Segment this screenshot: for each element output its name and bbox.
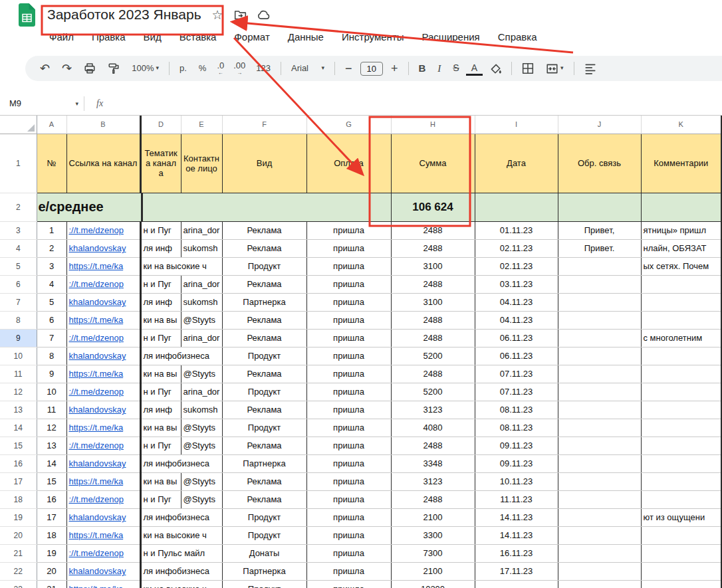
cell-comment[interactable]: [641, 293, 722, 311]
cell-comment[interactable]: ятницы» пришл: [641, 221, 722, 239]
select-all-button[interactable]: [0, 116, 37, 134]
cell-num[interactable]: 14: [37, 454, 66, 472]
cell-contact[interactable]: arina_dor: [181, 329, 222, 347]
cell-amount[interactable]: 7300: [391, 544, 475, 562]
header-cell-kind[interactable]: Вид: [222, 134, 306, 193]
summary-sum-cell[interactable]: 106 624: [391, 193, 475, 221]
cell-feedback[interactable]: [558, 401, 641, 419]
cell-amount[interactable]: 3300: [391, 526, 475, 544]
number-format-button[interactable]: 123: [251, 62, 276, 75]
cell-feedback[interactable]: [558, 329, 641, 347]
cell-theme[interactable]: н и Пульс майл: [140, 544, 181, 562]
cell-theme[interactable]: ки на вы: [140, 472, 181, 490]
cell-theme[interactable]: н и Пуг: [140, 437, 181, 454]
cell-payment[interactable]: пришла: [306, 419, 391, 437]
cell-kind[interactable]: Продукт: [222, 383, 306, 401]
cell-link[interactable]: khalandovskay: [66, 239, 140, 257]
channel-link[interactable]: khalandovskay: [69, 512, 126, 522]
cell-feedback[interactable]: [558, 257, 641, 275]
cell-link[interactable]: khalandovskay: [66, 401, 140, 419]
cell-num[interactable]: 8: [37, 347, 66, 365]
row-header[interactable]: 19: [0, 508, 37, 526]
decrease-decimals-button[interactable]: .0 ←: [213, 60, 228, 77]
cell-feedback[interactable]: [558, 293, 641, 311]
cell-contact[interactable]: @Styyts: [181, 365, 222, 383]
cell-feedback[interactable]: [558, 275, 641, 293]
decrease-font-size-button[interactable]: −: [340, 60, 358, 76]
cell-link[interactable]: https://t.me/ka: [66, 472, 140, 490]
header-cell-theme[interactable]: Тематика канала: [140, 134, 181, 193]
cell-comment[interactable]: ых сетях. Почем: [641, 257, 722, 275]
star-button[interactable]: ☆: [212, 9, 223, 21]
cell-num[interactable]: 5: [37, 293, 66, 311]
cell-date[interactable]: 06.11.23: [475, 347, 558, 365]
channel-link[interactable]: https://t.me/ka: [69, 369, 124, 379]
sheets-logo-icon[interactable]: [18, 3, 36, 27]
cell-payment[interactable]: пришла: [306, 293, 391, 311]
row-header[interactable]: 12: [0, 383, 37, 401]
cell-kind[interactable]: Продукт: [222, 526, 306, 544]
cell-num[interactable]: 3: [37, 257, 66, 275]
cell-link[interactable]: ://t.me/dzenop: [66, 490, 140, 508]
bold-button[interactable]: B: [414, 61, 431, 76]
redo-button[interactable]: ↷: [57, 60, 77, 76]
cell-kind[interactable]: Партнерка: [222, 454, 306, 472]
cell-link[interactable]: khalandovskay: [66, 347, 140, 365]
font-select[interactable]: Arial ▾: [286, 62, 330, 75]
cell-contact[interactable]: sukomsh: [181, 293, 222, 311]
cell-amount[interactable]: 3348: [391, 454, 475, 472]
cell-payment[interactable]: пришла: [306, 347, 391, 365]
cell-comment[interactable]: [641, 419, 722, 437]
channel-link[interactable]: https://t.me/ka: [69, 530, 124, 540]
header-cell-date[interactable]: Дата: [475, 134, 558, 193]
print-button[interactable]: [78, 60, 101, 76]
cell-comment[interactable]: [641, 454, 722, 472]
row-header[interactable]: 21: [0, 544, 37, 562]
cell-theme[interactable]: ки на высокие ч: [140, 526, 181, 544]
channel-link[interactable]: https://t.me/ka: [69, 584, 124, 588]
cell-link[interactable]: ://t.me/dzenop: [66, 383, 140, 401]
cell-payment[interactable]: пришла: [306, 437, 391, 454]
menu-help[interactable]: Справка: [498, 31, 537, 43]
cell-kind[interactable]: Реклама: [222, 490, 306, 508]
cell-comment[interactable]: [641, 580, 722, 588]
column-header[interactable]: B: [66, 116, 140, 134]
cell-link[interactable]: https://t.me/ka: [66, 365, 140, 383]
cell[interactable]: [558, 193, 641, 221]
cell-theme[interactable]: ля инф: [140, 239, 181, 257]
cell-amount[interactable]: 3100: [391, 257, 475, 275]
row-header[interactable]: 22: [0, 562, 37, 580]
menu-file[interactable]: Файл: [49, 31, 74, 43]
cell-kind[interactable]: Продукт: [222, 257, 306, 275]
channel-link[interactable]: ://t.me/dzenop: [69, 279, 124, 289]
cell-link[interactable]: https://t.me/ka: [66, 526, 140, 544]
row-header[interactable]: 4: [0, 239, 37, 257]
cell-theme[interactable]: н и Пуг: [140, 329, 181, 347]
row-header[interactable]: 8: [0, 311, 37, 329]
cell-theme[interactable]: н и Пуг: [140, 383, 181, 401]
row-header[interactable]: 3: [0, 221, 37, 239]
cell-amount[interactable]: 2488: [391, 329, 475, 347]
cell-date[interactable]: 03.11.23: [475, 275, 558, 293]
cell-num[interactable]: 17: [37, 508, 66, 526]
cell-contact[interactable]: arina_dor: [181, 383, 222, 401]
cell-num[interactable]: 4: [37, 275, 66, 293]
cell-theme[interactable]: ки на высокие ч: [140, 257, 181, 275]
cell-num[interactable]: 1: [37, 221, 66, 239]
text-color-button[interactable]: A: [466, 61, 483, 75]
increase-decimals-button[interactable]: .00 →: [229, 60, 249, 77]
cell-date[interactable]: 11.11.23: [475, 490, 558, 508]
cell-date[interactable]: 02.11.23: [475, 239, 558, 257]
cell-theme[interactable]: ки на вы: [140, 365, 181, 383]
channel-link[interactable]: khalandovskay: [69, 297, 126, 307]
name-box[interactable]: M9 ▾: [0, 98, 84, 108]
cell-kind[interactable]: Продукт: [222, 508, 306, 526]
cell-link[interactable]: https://t.me/ka: [66, 257, 140, 275]
row-header[interactable]: 2: [0, 193, 37, 221]
menu-view[interactable]: Вид: [144, 31, 162, 43]
channel-link[interactable]: https://t.me/ka: [69, 423, 124, 433]
cell-comment[interactable]: [641, 544, 722, 562]
column-header[interactable]: G: [306, 116, 391, 134]
cell[interactable]: [641, 193, 722, 221]
column-header[interactable]: D: [140, 116, 181, 134]
